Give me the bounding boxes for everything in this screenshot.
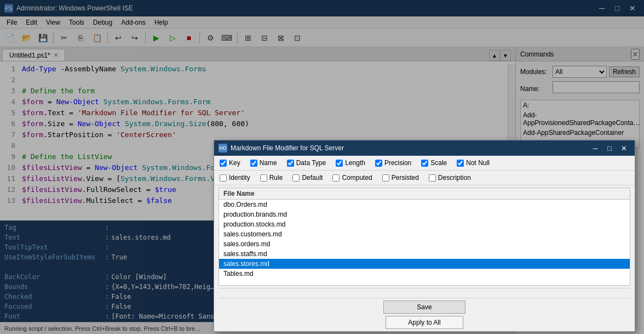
modal-title: Markdown File Modifier for SQL Server [231, 144, 344, 152]
file-item-0[interactable]: dbo.Orders.md [219, 200, 630, 210]
check-scale[interactable]: Scale [421, 159, 447, 167]
file-item-2[interactable]: production.stocks.md [219, 219, 630, 229]
check-datatype[interactable]: Data Type [287, 159, 326, 167]
check-default[interactable]: Default [292, 174, 323, 182]
modal-checks-row-1: Key Name Data Type Length Precision Scal… [214, 156, 635, 171]
apply-bar: Apply to All [219, 316, 630, 329]
modal-file-list[interactable]: File Name dbo.Orders.md production.brand… [219, 188, 630, 286]
save-bar: Save [219, 298, 630, 314]
check-name[interactable]: Name [250, 159, 277, 167]
modal-close-button[interactable]: ✕ [617, 142, 630, 154]
check-identity[interactable]: Identity [220, 174, 250, 182]
modal-icon: MD [219, 144, 227, 152]
check-key[interactable]: Key [220, 159, 240, 167]
check-precision[interactable]: Precision [375, 159, 411, 167]
file-item-4[interactable]: sales.orders.md [219, 239, 630, 249]
check-notnull[interactable]: Not Null [457, 159, 490, 167]
file-list-header: File Name [219, 188, 630, 200]
check-length[interactable]: Length [336, 159, 365, 167]
check-description[interactable]: Description [429, 174, 471, 182]
modal-scrollbar[interactable] [219, 288, 630, 296]
modal-controls: ─ □ ✕ [589, 142, 630, 154]
modal-content: File Name dbo.Orders.md production.brand… [214, 185, 635, 331]
modal-dialog: MD Markdown File Modifier for SQL Server… [214, 140, 635, 332]
save-button[interactable]: Save [383, 301, 465, 314]
file-item-7[interactable]: Tables.md [219, 269, 630, 279]
modal-title-bar: MD Markdown File Modifier for SQL Server… [214, 140, 635, 156]
file-item-6[interactable]: sales.stores.md [219, 259, 630, 269]
check-rule[interactable]: Rule [260, 174, 283, 182]
modal-maximize-button[interactable]: □ [603, 142, 616, 154]
file-item-3[interactable]: sales.customers.md [219, 229, 630, 239]
modal-minimize-button[interactable]: ─ [589, 142, 602, 154]
modal-footer: Save Apply to All [214, 296, 635, 331]
file-item-5[interactable]: sales.staffs.md [219, 249, 630, 259]
apply-to-all-button[interactable]: Apply to All [386, 316, 463, 329]
modal-overlay: MD Markdown File Modifier for SQL Server… [0, 0, 644, 334]
check-persisted[interactable]: Persisted [382, 174, 419, 182]
check-computed[interactable]: Computed [332, 174, 372, 182]
modal-checks-row-2: Identity Rule Default Computed Persisted… [214, 171, 635, 185]
file-item-1[interactable]: production.brands.md [219, 210, 630, 219]
